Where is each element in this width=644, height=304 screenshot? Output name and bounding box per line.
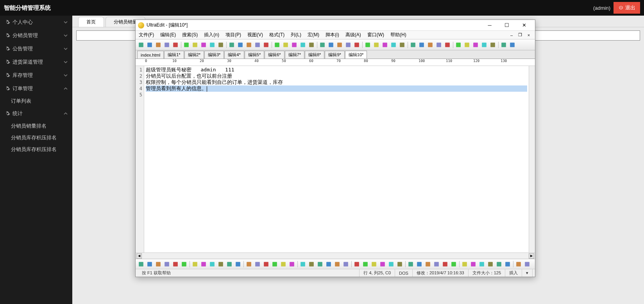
nav-group-订单管理[interactable]: 订单管理 xyxy=(0,82,72,95)
toolbar-button-icon[interactable] xyxy=(154,41,162,49)
ue-doc-tab[interactable]: 编辑6* xyxy=(265,51,284,59)
toolbar-button-icon[interactable] xyxy=(154,260,162,268)
toolbar-button-icon[interactable] xyxy=(426,41,434,49)
nav-group-库存管理[interactable]: 库存管理 xyxy=(0,69,72,82)
toolbar-button-icon[interactable] xyxy=(372,41,380,49)
ue-menu-item[interactable]: 项目(P) xyxy=(225,31,242,39)
toolbar-button-icon[interactable] xyxy=(327,41,335,49)
toolbar-button-icon[interactable] xyxy=(381,41,389,49)
toolbar-button-icon[interactable] xyxy=(271,260,279,268)
close-button[interactable]: ✕ xyxy=(515,20,533,31)
toolbar-button-icon[interactable] xyxy=(217,41,225,49)
toolbar-button-icon[interactable] xyxy=(361,260,369,268)
toolbar-button-icon[interactable] xyxy=(163,41,171,49)
code-line[interactable]: 管理员看到所有人的信息。 xyxy=(146,85,527,92)
nav-sub-分销员销量排名[interactable]: 分销员销量排名 xyxy=(0,120,72,132)
toolbar-button-icon[interactable] xyxy=(146,41,154,49)
maximize-button[interactable]: ☐ xyxy=(498,20,515,31)
ue-menu-item[interactable]: 编辑(E) xyxy=(159,31,177,39)
toolbar-button-icon[interactable] xyxy=(515,260,522,268)
nav-group-分销员管理[interactable]: 分销员管理 xyxy=(0,29,72,42)
toolbar-button-icon[interactable] xyxy=(254,41,261,49)
toolbar-button-icon[interactable] xyxy=(200,41,208,49)
toolbar-button-icon[interactable] xyxy=(370,260,378,268)
toolbar-button-icon[interactable] xyxy=(191,41,199,49)
toolbar-button-icon[interactable] xyxy=(191,260,199,268)
toolbar-button-icon[interactable] xyxy=(480,41,488,49)
ue-doc-tab[interactable]: 编辑8* xyxy=(305,51,324,59)
toolbar-button-icon[interactable] xyxy=(398,41,406,49)
toolbar-button-icon[interactable] xyxy=(254,260,261,268)
toolbar-button-icon[interactable] xyxy=(137,260,145,268)
code-line[interactable]: 分销员可以后台配置，也可以前台注册 xyxy=(146,73,527,79)
toolbar-button-icon[interactable] xyxy=(228,41,236,49)
toolbar-button-icon[interactable] xyxy=(504,260,512,268)
ue-text-area[interactable]: 超级管理员账号秘密 admin 111分销员可以后台配置，也可以前台注册权限控制… xyxy=(144,66,529,252)
toolbar-button-icon[interactable] xyxy=(418,41,426,49)
mdi-close-icon[interactable]: × xyxy=(525,31,533,39)
toolbar-button-icon[interactable] xyxy=(336,41,343,49)
status-dropdown-icon[interactable]: ▾ xyxy=(522,269,533,277)
ue-menu-item[interactable]: 帮助(H) xyxy=(390,31,407,39)
ue-doc-tab[interactable]: 编辑3* xyxy=(204,51,224,59)
toolbar-button-icon[interactable] xyxy=(236,41,244,49)
toolbar-button-icon[interactable] xyxy=(208,260,216,268)
toolbar-button-icon[interactable] xyxy=(344,41,352,49)
toolbar-button-icon[interactable] xyxy=(450,260,458,268)
nav-group-统计[interactable]: 统计 xyxy=(0,107,72,120)
toolbar-button-icon[interactable] xyxy=(163,260,171,268)
nav-sub-订单列表[interactable]: 订单列表 xyxy=(0,95,72,107)
ue-menu-item[interactable]: 文件(F) xyxy=(138,31,155,39)
toolbar-button-icon[interactable] xyxy=(433,260,440,268)
nav-sub-分销员库存积压排名[interactable]: 分销员库存积压排名 xyxy=(0,132,72,144)
code-line[interactable]: 超级管理员账号秘密 admin 111 xyxy=(146,67,527,73)
toolbar-button-icon[interactable] xyxy=(489,41,497,49)
minimize-button[interactable]: ─ xyxy=(481,20,498,31)
nav-sub-分销员库存积压排名[interactable]: 分销员库存积压排名 xyxy=(0,144,72,155)
toolbar-button-icon[interactable] xyxy=(282,41,290,49)
ue-doc-tab[interactable]: 编辑9* xyxy=(325,51,344,59)
toolbar-button-icon[interactable] xyxy=(478,260,486,268)
toolbar-button-icon[interactable] xyxy=(299,260,307,268)
toolbar-button-icon[interactable] xyxy=(262,41,270,49)
ue-menu-item[interactable]: 脚本(i) xyxy=(325,31,340,39)
toolbar-button-icon[interactable] xyxy=(415,260,423,268)
toolbar-button-icon[interactable] xyxy=(262,260,270,268)
toolbar-button-icon[interactable] xyxy=(353,260,361,268)
toolbar-button-icon[interactable] xyxy=(441,260,449,268)
ue-menu-item[interactable]: 高级(A) xyxy=(345,31,362,39)
code-line[interactable] xyxy=(146,92,527,98)
toolbar-button-icon[interactable] xyxy=(299,41,307,49)
ue-menu-item[interactable]: 搜索(S) xyxy=(181,31,199,39)
mdi-minimize-icon[interactable]: – xyxy=(508,31,515,39)
toolbar-button-icon[interactable] xyxy=(407,260,415,268)
toolbar-button-icon[interactable] xyxy=(333,260,341,268)
ue-doc-tab[interactable]: index.html xyxy=(137,51,164,59)
toolbar-button-icon[interactable] xyxy=(472,41,479,49)
ue-doc-tab[interactable]: 编辑7* xyxy=(285,51,304,59)
scroll-right-icon[interactable]: ▶ xyxy=(529,253,534,259)
ue-menu-item[interactable]: 窗口(W) xyxy=(367,31,385,39)
toolbar-button-icon[interactable] xyxy=(137,41,145,49)
toolbar-button-icon[interactable] xyxy=(396,260,404,268)
toolbar-button-icon[interactable] xyxy=(454,41,462,49)
toolbar-button-icon[interactable] xyxy=(390,41,397,49)
toolbar-button-icon[interactable] xyxy=(172,41,179,49)
scroll-left-icon[interactable]: ◀ xyxy=(136,253,142,259)
toolbar-button-icon[interactable] xyxy=(172,260,179,268)
toolbar-button-icon[interactable] xyxy=(288,260,296,268)
toolbar-button-icon[interactable] xyxy=(364,41,372,49)
toolbar-button-icon[interactable] xyxy=(217,260,225,268)
toolbar-button-icon[interactable] xyxy=(409,41,417,49)
toolbar-button-icon[interactable] xyxy=(273,41,281,49)
toolbar-button-icon[interactable] xyxy=(342,260,350,268)
mdi-restore-icon[interactable]: ❐ xyxy=(516,31,524,39)
ue-doc-tab[interactable]: 编辑10* xyxy=(345,51,367,59)
ue-doc-tab[interactable]: 编辑1* xyxy=(164,51,184,59)
ue-menu-item[interactable]: 视图(V) xyxy=(247,31,264,39)
logout-button[interactable]: 退出 xyxy=(614,2,640,14)
ue-horizontal-scrollbar[interactable]: ◀ ▶ xyxy=(136,252,535,259)
ue-vertical-scrollbar[interactable] xyxy=(529,66,535,252)
toolbar-button-icon[interactable] xyxy=(180,260,188,268)
toolbar-button-icon[interactable] xyxy=(500,41,508,49)
